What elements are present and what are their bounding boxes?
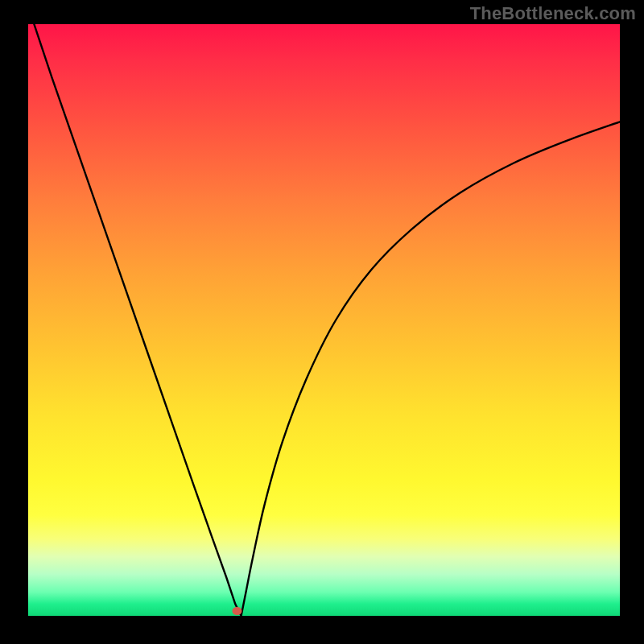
bottleneck-curve (28, 24, 620, 616)
curve-left-branch (28, 6, 242, 616)
attribution-label: TheBottleneck.com (470, 3, 636, 24)
optimum-marker (232, 607, 242, 615)
curve-right-branch (242, 122, 620, 616)
plot-area (28, 24, 620, 616)
chart-frame: TheBottleneck.com (0, 0, 644, 644)
